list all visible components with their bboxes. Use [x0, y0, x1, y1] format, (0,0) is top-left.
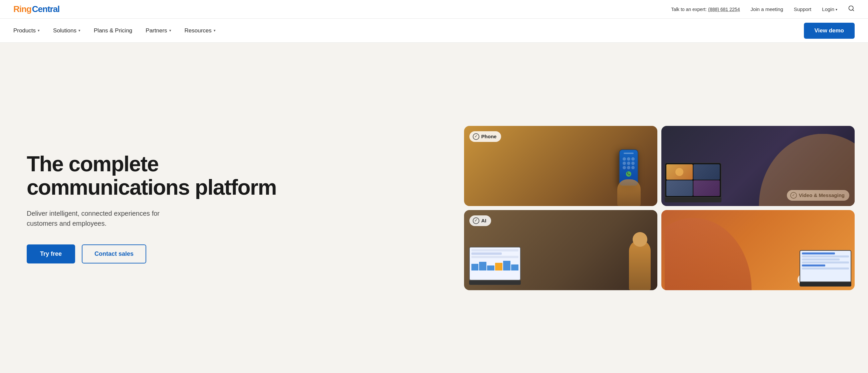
phone-dialpad [623, 157, 634, 169]
monitor-visual [469, 247, 521, 285]
join-meeting-link[interactable]: Join a meeting [750, 6, 783, 12]
nav-plans-pricing-label: Plans & Pricing [94, 27, 132, 34]
contact-sales-button[interactable]: Contact sales [82, 244, 146, 263]
desk-person [619, 223, 652, 290]
contact-laptop-base [800, 282, 851, 286]
person-silhouette [748, 134, 855, 206]
monitor-screen [469, 247, 521, 280]
nav-products[interactable]: Products ▾ [13, 25, 40, 37]
chart-bar-3 [487, 266, 494, 270]
laptop-base [665, 198, 721, 203]
hero-title-line1: The complete [27, 152, 159, 176]
hero-buttons: Try free Contact sales [27, 244, 444, 263]
svg-line-1 [852, 10, 854, 11]
contact-center-card: ✓ Contact center [661, 210, 855, 290]
chart-bar-6 [511, 265, 519, 271]
contact-row-4 [802, 261, 849, 263]
login-dropdown[interactable]: Login ▾ [822, 6, 837, 12]
video-tiles [665, 163, 721, 197]
resources-chevron-icon: ▾ [214, 28, 216, 33]
phone-badge: ✓ Phone [469, 131, 501, 142]
phone-check-icon: ✓ [473, 133, 479, 140]
top-right-nav: Talk to an expert: (888) 681 2254 Join a… [671, 5, 855, 13]
person-shape [748, 134, 855, 206]
solutions-chevron-icon: ▾ [79, 28, 81, 33]
contact-row-5 [802, 265, 826, 267]
hero-right-grid: ✓ Phone [457, 126, 855, 290]
call-button: 📞 [626, 171, 631, 177]
video-tile-3 [666, 180, 693, 196]
contact-row-6 [802, 268, 849, 270]
view-demo-button[interactable]: View demo [804, 23, 855, 39]
chart-bar-5 [503, 261, 510, 271]
video-card: ✓ Video & Messaging [661, 126, 855, 206]
search-icon[interactable] [848, 5, 855, 13]
video-tile-1 [666, 164, 693, 180]
logo[interactable]: RingCentral [13, 4, 59, 14]
hero-title-line2: communications platform [27, 175, 276, 199]
monitor-row-2 [471, 252, 502, 255]
ai-badge: ✓ AI [469, 215, 491, 226]
hero-left: The complete communications platform Del… [27, 152, 457, 264]
expert-label: Talk to an expert: [671, 7, 707, 12]
contact-person [665, 218, 762, 290]
monitor-row-3 [471, 256, 519, 258]
logo-central: Central [32, 4, 60, 14]
chart-bar-4 [495, 263, 502, 270]
nav-resources-label: Resources [185, 27, 212, 34]
logo-ring: Ring [13, 4, 31, 14]
phone-speaker [624, 153, 633, 154]
nav-products-label: Products [13, 27, 36, 34]
phone-visual: 📞 [616, 143, 649, 206]
nav-partners[interactable]: Partners ▾ [146, 25, 171, 37]
ai-card: ✓ AI [464, 210, 657, 290]
video-tile-2 [693, 164, 720, 180]
ai-check-icon: ✓ [473, 217, 479, 224]
nav-plans-pricing[interactable]: Plans & Pricing [94, 25, 132, 37]
phone-badge-label: Phone [482, 133, 497, 139]
nav-partners-label: Partners [146, 27, 167, 34]
nav-items: Products ▾ Solutions ▾ Plans & Pricing P… [13, 25, 216, 37]
contact-row-1 [802, 252, 835, 254]
top-bar: RingCentral Talk to an expert: (888) 681… [0, 0, 868, 19]
nav-solutions[interactable]: Solutions ▾ [53, 25, 81, 37]
expert-phone[interactable]: (888) 681 2254 [708, 7, 740, 12]
contact-laptop-visual [800, 250, 851, 287]
nav-solutions-label: Solutions [53, 27, 76, 34]
support-link[interactable]: Support [794, 6, 812, 12]
hero-section: The complete communications platform Del… [0, 43, 868, 373]
hero-title: The complete communications platform [27, 152, 444, 199]
products-chevron-icon: ▾ [38, 28, 40, 33]
partners-chevron-icon: ▾ [169, 28, 171, 33]
monitor-chart [471, 260, 519, 271]
login-label: Login [822, 6, 834, 12]
desk-person-body [629, 240, 651, 290]
laptop-screen-outer [665, 163, 721, 198]
try-free-button[interactable]: Try free [27, 244, 75, 263]
phone-card: ✓ Phone [464, 126, 657, 206]
contact-row-2 [802, 255, 849, 257]
desk-person-head [633, 232, 647, 247]
chart-bar-1 [471, 264, 479, 270]
monitor-row-1 [471, 249, 519, 251]
video-tile-4 [693, 180, 720, 196]
nav-resources[interactable]: Resources ▾ [185, 25, 216, 37]
contact-laptop-screen [800, 250, 851, 282]
chart-bar-2 [479, 262, 487, 271]
expert-contact: Talk to an expert: (888) 681 2254 [671, 6, 740, 12]
hero-subtitle: Deliver intelligent, connected experienc… [27, 208, 187, 228]
login-chevron-icon: ▾ [836, 8, 837, 11]
laptop-visual [665, 163, 721, 203]
contact-row-3 [802, 258, 840, 260]
hand-visual [617, 179, 641, 206]
nav-bar: Products ▾ Solutions ▾ Plans & Pricing P… [0, 19, 868, 43]
monitor-base [469, 280, 521, 285]
ai-badge-label: AI [482, 218, 487, 223]
contact-person-shape [665, 218, 762, 290]
